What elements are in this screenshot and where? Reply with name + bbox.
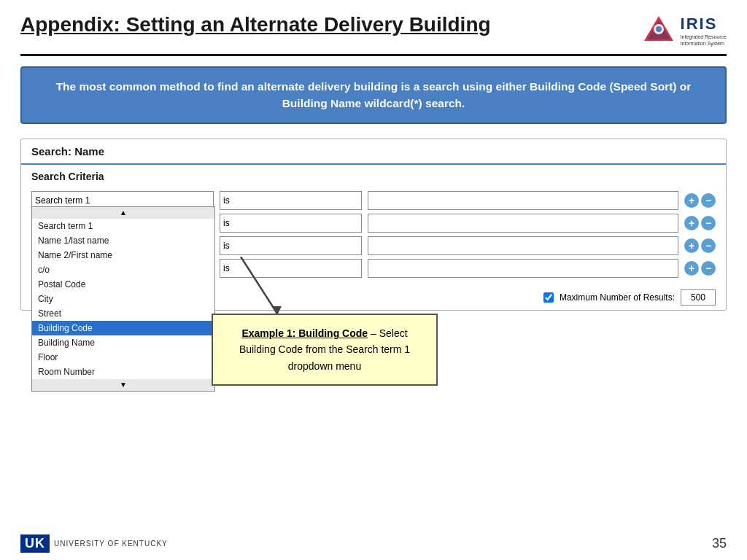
pm-group-1: + − [684,193,716,208]
add-row-1-button[interactable]: + [684,193,699,208]
logo-text: IRIS Integrated Resource Information Sys… [681,15,727,47]
dropdown-item-postal-code[interactable]: Postal Code [32,277,214,292]
search-term-dropdown-list[interactable]: ▲ Search term 1 Name 1/last name Name 2/… [31,206,215,392]
callout-box: Example 1: Building Code – Select Buildi… [212,314,438,386]
page-number: 35 [712,536,727,551]
dropdown-item-city[interactable]: City [32,292,214,306]
operator-3-dropdown[interactable]: is [220,236,362,255]
search-value-4-input[interactable] [368,259,678,278]
callout-arrow-svg [233,257,321,315]
search-panel-title: Search: Name [21,139,726,165]
logo-iris-label: IRIS [681,15,727,34]
dropdown-scroll-down-button[interactable]: ▼ [32,379,214,391]
search-panel: Search: Name Search Criteria Search term… [20,139,727,311]
max-results-checkbox[interactable] [543,292,554,303]
dropdown-item-building-name[interactable]: Building Name [32,335,214,350]
search-value-2-input[interactable] [368,214,678,233]
logo-area: IRIS Integrated Resource Information Sys… [641,13,727,48]
callout-container: Example 1: Building Code – Select Buildi… [212,314,438,386]
dropdown-item-room-number[interactable]: Room Number [32,365,214,379]
pm-group-2: + − [684,216,716,230]
search-value-3-input[interactable] [368,236,678,255]
svg-line-4 [241,257,277,314]
dropdown-item-search-term-1[interactable]: Search term 1 [32,219,214,233]
callout-title: Example 1: Building Code [241,327,368,339]
max-results-input[interactable] [681,289,716,306]
remove-row-1-button[interactable]: − [701,193,716,208]
footer: UK UNIVERSITY OF KENTUCKY 35 [0,534,747,553]
iris-logo-icon [641,13,676,48]
pm-group-3: + − [684,238,716,253]
dropdown-item-co[interactable]: c/o [32,262,214,277]
uk-logo: UK UNIVERSITY OF KENTUCKY [20,534,168,553]
header-row: Appendix: Setting an Alternate Delivery … [20,13,727,56]
remove-row-2-button[interactable]: − [701,216,716,230]
add-row-3-button[interactable]: + [684,238,699,253]
dropdown-item-name-2[interactable]: Name 2/First name [32,248,214,262]
dropdown-scroll-up-button[interactable]: ▲ [32,207,214,219]
dropdown-item-floor[interactable]: Floor [32,350,214,365]
operator-1-dropdown[interactable]: is [220,191,362,210]
add-row-2-button[interactable]: + [684,216,699,230]
uk-university-text: UNIVERSITY OF KENTUCKY [54,540,168,548]
remove-row-4-button[interactable]: − [701,261,716,276]
search-criteria-label: Search Criteria [21,165,726,187]
svg-point-3 [656,26,662,32]
dropdown-item-building-code[interactable]: Building Code [32,321,214,335]
remove-row-3-button[interactable]: − [701,238,716,253]
search-value-1-input[interactable] [368,191,678,210]
logo-sub1: Integrated Resource [681,34,727,40]
uk-box-label: UK [20,534,50,553]
page-title: Appendix: Setting an Alternate Delivery … [20,13,491,36]
dropdown-item-street[interactable]: Street [32,306,214,321]
max-results-label: Maximum Number of Results: [560,292,675,303]
pm-group-4: + − [684,261,716,276]
operator-2-dropdown[interactable]: is [220,214,362,233]
dropdown-item-name-1[interactable]: Name 1/last name [32,233,214,248]
logo-sub2: Information System [681,40,727,47]
add-row-4-button[interactable]: + [684,261,699,276]
page: Appendix: Setting an Alternate Delivery … [0,0,747,560]
info-banner: The most common method to find an altern… [20,66,727,124]
